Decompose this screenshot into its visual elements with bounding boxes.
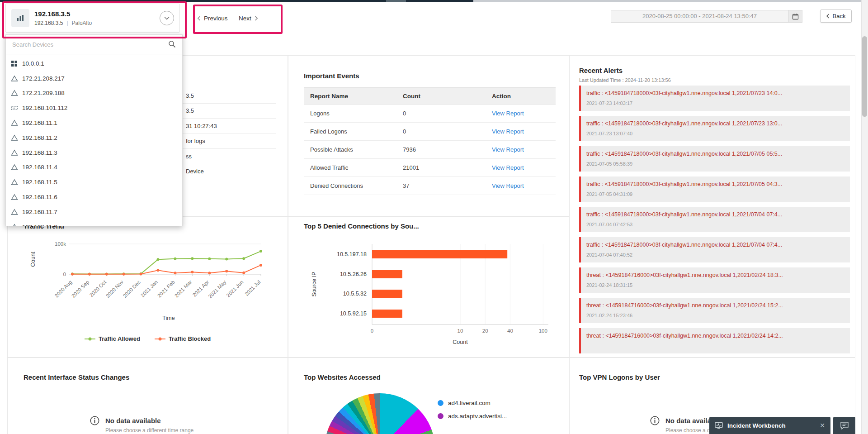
device-list-item[interactable]: 10.0.0.1 <box>6 56 182 71</box>
legend-item[interactable]: ads.adaptv.advertisi... <box>438 413 507 420</box>
alert-message: traffic : <1459184718000>03f-cityhallgw1… <box>586 211 844 219</box>
report-name: Possible Attacks <box>304 141 396 159</box>
device-list-item[interactable]: 192.168.11.8 <box>6 219 182 226</box>
chart-legend: Traffic AllowedTraffic Blocked <box>8 335 288 342</box>
back-button[interactable]: Back <box>820 10 852 23</box>
next-label: Next <box>239 15 251 22</box>
websites-pie-chart <box>325 393 435 434</box>
alert-time: 2021-02-24 15:23:46 <box>586 313 844 318</box>
svg-text:100k: 100k <box>55 241 66 247</box>
close-icon[interactable]: ✕ <box>820 422 825 429</box>
chevron-left-icon <box>826 14 830 19</box>
selected-device-ip: 192.168.3.5 <box>34 20 63 26</box>
device-list-item[interactable]: 192.168.11.1 <box>6 115 182 130</box>
view-report-link[interactable]: View Report <box>492 182 524 189</box>
delta-icon <box>10 209 18 215</box>
delta-icon <box>10 75 18 82</box>
svg-text:2020 Aug: 2020 Aug <box>54 279 73 299</box>
view-report-link[interactable]: View Report <box>492 146 524 153</box>
svg-text:10.5.92.15: 10.5.92.15 <box>340 310 367 317</box>
device-list-item[interactable]: 192.168.11.7 <box>6 205 182 219</box>
svg-text:Time: Time <box>162 315 175 321</box>
svg-text:Count: Count <box>453 339 468 345</box>
recent-alerts-panel: Recent Alerts Last Updated Time : 2024-1… <box>569 55 855 358</box>
device-list-item[interactable]: 172.21.208.217 <box>6 71 182 86</box>
alerts-list: traffic : <1459184718000>03f-cityhallgw1… <box>579 86 850 357</box>
previous-button[interactable]: Previous <box>198 12 228 24</box>
svg-text:2021 Jul: 2021 Jul <box>244 279 261 297</box>
svg-text:2020 Dec: 2020 Dec <box>122 279 142 299</box>
vertical-scrollbar-thumb[interactable] <box>862 36 867 117</box>
panel-title: Top Websites Accessed <box>304 373 381 381</box>
previous-label: Previous <box>204 15 228 22</box>
delta-icon <box>10 179 18 186</box>
incident-workbench-bar[interactable]: Incident Workbench ✕ <box>709 417 830 434</box>
svg-text:20: 20 <box>482 328 488 334</box>
legend-dot <box>438 400 443 406</box>
report-name: Allowed Traffic <box>304 159 396 177</box>
alert-message: threat : <1459184716000>03f-cityhallgw1.… <box>586 272 844 279</box>
device-dropdown: 10.0.0.1172.21.208.217172.21.209.188192.… <box>5 34 183 226</box>
alert-time: 2021-07-04 07:42:53 <box>586 222 844 227</box>
device-list-item[interactable]: 192.168.11.5 <box>6 175 182 190</box>
column-header: Report Name <box>304 88 396 105</box>
alert-time: 2021-07-05 05:58:39 <box>586 161 844 167</box>
svg-text:100: 100 <box>539 328 547 334</box>
last-updated-time: Last Updated Time : 2024-11-20 13:13:56 <box>579 77 671 83</box>
view-report-link[interactable]: View Report <box>492 110 524 117</box>
device-list-item[interactable]: 192.168.101.112 <box>6 100 182 115</box>
device-list-item[interactable]: 192.168.11.2 <box>6 130 182 145</box>
incident-workbench-label: Incident Workbench <box>727 422 820 429</box>
alert-item[interactable]: traffic : <1459184718000>03f-cityhallgw1… <box>579 86 850 111</box>
next-button[interactable]: Next <box>239 12 258 24</box>
alert-message: traffic : <1459184718000>03f-cityhallgw1… <box>586 150 844 158</box>
feedback-chat-button[interactable] <box>833 417 855 434</box>
alert-item[interactable]: threat : <1459184716000>03f-cityhallgw1.… <box>579 298 850 323</box>
device-list-item[interactable]: 192.168.11.4 <box>6 160 182 175</box>
alert-message: traffic : <1459184718000>03f-cityhallgw1… <box>586 241 844 249</box>
view-report-link[interactable]: View Report <box>492 128 524 135</box>
chat-bubble-icon <box>840 421 849 429</box>
legend-dot <box>438 413 443 419</box>
device-dropdown-toggle[interactable] <box>160 11 174 25</box>
device-list-item[interactable]: 192.168.11.3 <box>6 145 182 160</box>
report-name: Failed Logons <box>304 123 396 141</box>
alert-message: traffic : <1459184718000>03f-cityhallgw1… <box>586 181 844 188</box>
calendar-button[interactable] <box>788 10 802 22</box>
alert-item[interactable]: traffic : <1459184718000>03f-cityhallgw1… <box>579 237 850 262</box>
device-name: 192.168.11.3 <box>22 149 57 156</box>
alert-item[interactable]: traffic : <1459184718000>03f-cityhallgw1… <box>579 146 850 172</box>
report-count: 0 <box>396 123 486 141</box>
search-icon <box>168 40 176 48</box>
alert-time: 2021-07-04 07:40:52 <box>586 252 844 258</box>
device-list-item[interactable]: 172.21.209.188 <box>6 86 182 101</box>
legend-item[interactable]: Traffic Allowed <box>85 335 140 342</box>
page: 192.168.3.5 192.168.3.5|PaloAlto Previou… <box>0 0 868 434</box>
view-report-link[interactable]: View Report <box>492 164 524 171</box>
panel-title: Top VPN Logons by User <box>579 373 660 381</box>
top-websites-panel: Top Websites Accessed ad4.liverail.comad… <box>288 358 569 434</box>
device-type-icon <box>11 9 29 27</box>
legend-item[interactable]: ad4.liverail.com <box>438 400 507 406</box>
alert-message: threat : <1459184716000>03f-cityhallgw1.… <box>586 332 844 340</box>
delta-icon <box>10 119 18 126</box>
alert-item[interactable]: threat : <1459184716000>03f-cityhallgw1.… <box>579 328 850 353</box>
device-list-item[interactable]: 192.168.11.6 <box>6 190 182 205</box>
delta-icon <box>10 149 18 156</box>
svg-text:2021 May: 2021 May <box>207 279 227 299</box>
table-row: Failed Logons0View Report <box>304 123 556 141</box>
alert-item[interactable]: traffic : <1459184718000>03f-cityhallgw1… <box>579 207 850 232</box>
device-selector[interactable]: 192.168.3.5 192.168.3.5|PaloAlto <box>5 4 180 33</box>
search-input[interactable] <box>6 35 182 54</box>
separator: | <box>66 20 68 26</box>
report-name: Denied Connections <box>304 177 396 195</box>
alert-item[interactable]: traffic : <1459184718000>03f-cityhallgw1… <box>579 116 850 141</box>
device-name: 192.168.101.112 <box>22 105 67 111</box>
no-data-block: No data available Please choose a differ… <box>90 416 193 434</box>
chevron-down-icon <box>164 16 170 20</box>
svg-text:40: 40 <box>507 328 513 334</box>
alert-item[interactable]: threat : <1459184716000>03f-cityhallgw1.… <box>579 267 850 293</box>
legend-item[interactable]: Traffic Blocked <box>155 335 211 342</box>
date-range-picker[interactable]: 2020-08-25 00:00:00 - 2021-08-24 13:50:4… <box>611 10 802 23</box>
alert-item[interactable]: traffic : <1459184718000>03f-cityhallgw1… <box>579 176 850 202</box>
